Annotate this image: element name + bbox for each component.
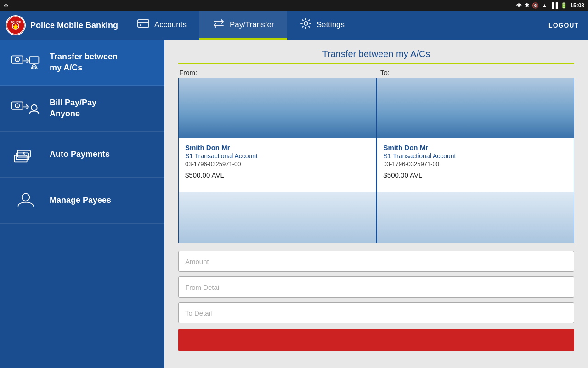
sidebar-item-transfer[interactable]: $ Transfer betweenmy A/Cs	[0, 40, 164, 86]
from-account-balance: $500.00 AVL	[185, 171, 369, 179]
from-label: From:	[179, 67, 197, 78]
time-display: 15:08	[570, 2, 584, 9]
autopay-icon: $	[11, 140, 40, 169]
account-cards-row: Smith Don Mr S1 Transactional Account 03…	[178, 78, 574, 243]
svg-text:$: $	[17, 104, 18, 108]
pay-transfer-icon	[212, 17, 225, 33]
from-account-info: Smith Don Mr S1 Transactional Account 03…	[179, 138, 376, 192]
accounts-icon	[137, 17, 150, 33]
svg-rect-4	[138, 20, 149, 27]
sidebar-item-payees[interactable]: Manage Payees	[0, 178, 164, 224]
mute-icon: 🔇	[532, 2, 539, 9]
billpay-icon: $	[11, 94, 40, 123]
to-account-number: 03-1796-0325971-00	[384, 161, 568, 167]
from-account-col: Smith Don Mr S1 Transactional Account 03…	[178, 78, 376, 243]
signal-icon: ▐▐	[550, 2, 558, 9]
sidebar-payees-label: Manage Payees	[50, 195, 111, 206]
status-bar: ⊕ 👁 ✱ 🔇 ▲ ▐▐ 🔋 15:08	[0, 0, 588, 11]
app-logo-section: POLICE Police Mobile Banking	[0, 15, 124, 35]
sidebar-transfer-label: Transfer betweenmy A/Cs	[50, 52, 118, 73]
transfer-form	[178, 251, 574, 351]
svg-point-6	[304, 22, 308, 25]
transfer-icon: $	[11, 48, 40, 77]
sidebar-billpay-label: Bill Pay/PayAnyone	[50, 98, 96, 119]
to-account-info: Smith Don Mr S1 Transactional Account 03…	[377, 138, 574, 192]
content-inner: Transfer between my A/Cs From: To: Sm	[164, 40, 588, 360]
status-right: 👁 ✱ 🔇 ▲ ▐▐ 🔋 15:08	[516, 2, 584, 9]
to-account-card-top	[377, 78, 574, 138]
logout-button[interactable]: LOGOUT	[539, 22, 588, 29]
tab-accounts-label: Accounts	[154, 20, 187, 29]
sidebar-item-billpay[interactable]: $ Bill Pay/PayAnyone	[0, 86, 164, 132]
nav-tabs: Accounts Pay/Transfer Settings	[124, 11, 539, 40]
svg-point-20	[22, 193, 29, 201]
sidebar-autopay-label: Auto Payments	[50, 149, 110, 160]
app-logo: POLICE	[6, 15, 26, 35]
wifi-icon: ▲	[542, 2, 547, 9]
account-labels-row: From: To:	[178, 69, 574, 77]
usb-icon: ⊕	[4, 2, 8, 9]
settings-icon	[300, 17, 312, 32]
svg-point-5	[140, 24, 141, 26]
content-area: Transfer between my A/Cs From: To: Sm	[164, 40, 588, 368]
from-account-card[interactable]: Smith Don Mr S1 Transactional Account 03…	[178, 78, 376, 243]
main-layout: $ Transfer betweenmy A/Cs $	[0, 40, 588, 368]
from-account-type: S1 Transactional Account	[185, 152, 369, 160]
battery-icon: 🔋	[560, 2, 567, 9]
tab-settings-label: Settings	[317, 20, 345, 29]
from-account-number: 03-1796-0325971-00	[185, 161, 369, 167]
svg-text:$: $	[23, 151, 25, 155]
to-account-col: Smith Don Mr S1 Transactional Account 03…	[377, 78, 575, 243]
bluetooth-icon: ✱	[525, 2, 529, 9]
status-left: ⊕	[4, 2, 8, 9]
sidebar-item-autopay[interactable]: $ Auto Payments	[0, 132, 164, 178]
svg-text:$: $	[17, 58, 18, 62]
tab-accounts[interactable]: Accounts	[124, 11, 199, 40]
svg-rect-10	[29, 57, 39, 63]
to-account-type: S1 Transactional Account	[384, 152, 568, 160]
amount-input[interactable]	[178, 251, 574, 272]
tab-pay-transfer-label: Pay/Transfer	[230, 20, 274, 29]
eye-icon: 👁	[516, 2, 522, 9]
from-account-name: Smith Don Mr	[185, 144, 369, 151]
app-name: Police Mobile Banking	[30, 21, 118, 30]
to-account-card[interactable]: Smith Don Mr S1 Transactional Account 03…	[377, 78, 575, 243]
to-account-balance: $500.00 AVL	[384, 171, 568, 179]
from-account-card-bottom	[179, 192, 376, 243]
to-account-name: Smith Don Mr	[384, 144, 568, 151]
submit-button[interactable]	[178, 329, 574, 351]
tab-settings[interactable]: Settings	[287, 11, 357, 40]
from-detail-input[interactable]	[178, 276, 574, 298]
nav-bar: POLICE Police Mobile Banking Accounts	[0, 11, 588, 40]
to-account-card-bottom	[377, 192, 574, 243]
sidebar: $ Transfer betweenmy A/Cs $	[0, 40, 164, 368]
to-detail-input[interactable]	[178, 302, 574, 323]
svg-point-15	[31, 104, 37, 110]
to-label: To:	[380, 67, 390, 78]
tab-pay-transfer[interactable]: Pay/Transfer	[199, 11, 287, 40]
from-account-card-top	[179, 78, 376, 138]
payees-icon	[11, 186, 40, 215]
page-title: Transfer between my A/Cs	[178, 49, 574, 64]
